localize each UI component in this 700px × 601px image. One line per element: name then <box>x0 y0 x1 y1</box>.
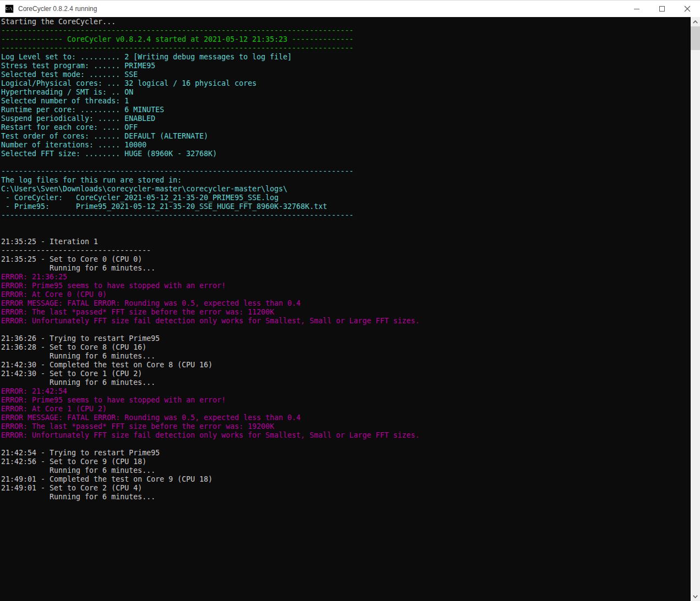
console-line: Stress test program: ...... PRIME95 <box>1 62 691 70</box>
console-line: The log files for this run are stored in… <box>1 176 691 185</box>
console-line: ERROR MESSAGE: FATAL ERROR: Rounding was… <box>1 413 691 422</box>
scroll-up-button[interactable] <box>691 17 700 26</box>
console-line: ERROR MESSAGE: FATAL ERROR: Rounding was… <box>1 299 691 308</box>
console-line: ----------------------------------------… <box>1 167 691 176</box>
console-line: Running for 6 minutes... <box>1 352 691 361</box>
console-line: Suspend periodically: ..... ENABLED <box>1 114 691 123</box>
console-line: ERROR: Unfortunately FFT size fail detec… <box>1 431 691 440</box>
console-line: Running for 6 minutes... <box>1 378 691 387</box>
maximize-button[interactable] <box>649 1 675 18</box>
chevron-down-icon <box>693 595 698 598</box>
console-line: Number of iterations: ..... 10000 <box>1 141 691 150</box>
console-line: ERROR: At Core 0 (CPU 0) <box>1 290 691 299</box>
console-line: Log Level set to: ......... 2 [Writing d… <box>1 53 691 62</box>
console-line: 21:42:30 - Completed the test on Core 8 … <box>1 361 691 370</box>
console-line: ERROR: Unfortunately FFT size fail detec… <box>1 317 691 326</box>
console-line: ERROR: At Core 1 (CPU 2) <box>1 405 691 413</box>
console-line <box>1 220 691 229</box>
maximize-icon <box>659 6 665 12</box>
minimize-button[interactable] <box>624 1 649 18</box>
scroll-down-button[interactable] <box>691 592 700 601</box>
console-line: - CoreCycler: CoreCycler_2021-05-12_21-3… <box>1 194 691 202</box>
console-line <box>1 440 691 449</box>
console-line <box>1 326 691 334</box>
console-line: Running for 6 minutes... <box>1 493 691 501</box>
console-line: Restart for each core: .... OFF <box>1 123 691 132</box>
console-line: 21:35:25 - Set to Core 0 (CPU 0) <box>1 255 691 264</box>
console-line: Logical/Physical cores: ... 32 logical /… <box>1 79 691 88</box>
console-line: ERROR: Prime95 seems to have stopped wit… <box>1 396 691 405</box>
console-line: Runtime per core: ......... 6 MINUTES <box>1 106 691 114</box>
console-line <box>1 158 691 167</box>
console-line: 21:49:01 - Set to Core 2 (CPU 4) <box>1 484 691 493</box>
console-line: 21:49:01 - Completed the test on Core 9 … <box>1 475 691 484</box>
scrollbar-thumb[interactable] <box>691 26 700 50</box>
console-output: Starting the CoreCycler...--------------… <box>0 17 691 601</box>
console-line: ERROR: 21:42:54 <box>1 387 691 396</box>
console-line: ----------------------------------------… <box>1 44 691 53</box>
console-icon[interactable]: C:\_ <box>5 4 14 13</box>
console-line: Running for 6 minutes... <box>1 466 691 475</box>
console-line <box>1 229 691 238</box>
minimize-icon <box>634 9 639 9</box>
console-line: Hyperthreading / SMT is: .. ON <box>1 88 691 97</box>
console-line: ERROR: The last *passed* FFT size before… <box>1 422 691 431</box>
console-line: - Prime95: Prime95_2021-05-12_21-35-20_S… <box>1 202 691 211</box>
console-line: 21:36:28 - Set to Core 8 (CPU 16) <box>1 343 691 352</box>
console-line: Selected FFT size: ........ HUGE (8960K … <box>1 150 691 158</box>
console-line: Starting the CoreCycler... <box>1 18 691 26</box>
console-line: ERROR: 21:36:25 <box>1 273 691 282</box>
vertical-scrollbar[interactable] <box>691 17 700 601</box>
console-line: Selected test mode: ....... SSE <box>1 70 691 79</box>
console-line: 21:42:54 - Trying to restart Prime95 <box>1 449 691 457</box>
close-icon <box>684 5 691 12</box>
console-line: ----------------------------------------… <box>1 211 691 220</box>
console-line: -------------- CoreCycler v0.8.2.4 start… <box>1 35 691 44</box>
console-line: 21:42:30 - Set to Core 1 (CPU 2) <box>1 370 691 378</box>
chevron-up-icon <box>693 20 698 24</box>
console-line: 21:35:25 - Iteration 1 <box>1 238 691 246</box>
console-line: ERROR: Prime95 seems to have stopped wit… <box>1 282 691 290</box>
window-controls <box>624 1 700 18</box>
console-line: ERROR: The last *passed* FFT size before… <box>1 308 691 317</box>
close-button[interactable] <box>675 1 700 18</box>
console-line: ----------------------------------------… <box>1 26 691 35</box>
window-title: CoreCycler 0.8.2.4 running <box>18 5 97 13</box>
console-line: Running for 6 minutes... <box>1 264 691 273</box>
console-line: 21:42:56 - Set to Core 9 (CPU 18) <box>1 457 691 466</box>
console-line: 21:36:26 - Trying to restart Prime95 <box>1 334 691 343</box>
title-bar: C:\_ CoreCycler 0.8.2.4 running <box>0 0 700 17</box>
console-window: C:\_ CoreCycler 0.8.2.4 running Starting… <box>0 0 700 601</box>
console-line: Selected number of threads: 1 <box>1 97 691 106</box>
console-line: C:\Users\Sven\Downloads\corecycler-maste… <box>1 185 691 194</box>
console-line: ---------------------------------- <box>1 246 691 255</box>
console-line: Test order of cores: ...... DEFAULT (ALT… <box>1 132 691 141</box>
